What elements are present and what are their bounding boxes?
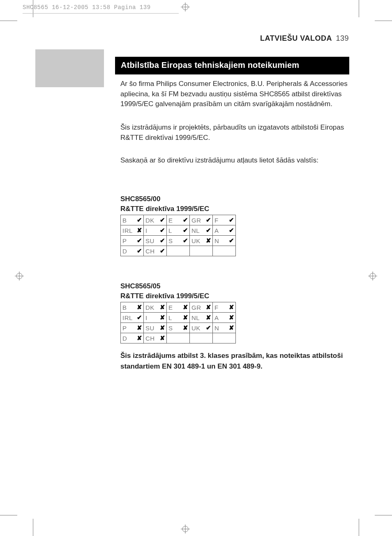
country-code: E — [167, 215, 182, 225]
cross-icon: ✘ — [159, 313, 167, 323]
check-icon: ✔ — [228, 236, 236, 246]
table2-heading: SHC8565/05 R&TTE direktīva 1999/5/EC — [120, 281, 209, 301]
country-code — [190, 333, 205, 343]
cross-icon: ✘ — [159, 333, 167, 343]
check-icon: ✔ — [159, 225, 167, 236]
cross-icon: ✘ — [136, 333, 144, 343]
crop-mark — [359, 519, 359, 536]
country-code: A — [213, 225, 228, 236]
country-code: GR — [190, 302, 205, 313]
country-code: I — [144, 313, 159, 323]
country-code — [213, 333, 228, 343]
empty-cell — [182, 246, 190, 256]
table1-model: SHC8565/00 — [120, 194, 209, 204]
cross-icon: ✘ — [228, 323, 236, 333]
country-code: N — [213, 323, 228, 333]
country-code — [167, 246, 182, 256]
empty-cell — [205, 246, 213, 256]
check-icon: ✔ — [182, 225, 190, 236]
country-code: B — [121, 215, 136, 225]
country-code: I — [144, 225, 159, 236]
country-code: DK — [144, 302, 159, 313]
empty-cell — [228, 333, 236, 343]
empty-cell — [205, 333, 213, 343]
country-code: SU — [144, 236, 159, 246]
registration-mark-icon — [15, 271, 24, 281]
cross-icon: ✘ — [228, 302, 236, 313]
check-icon: ✔ — [205, 215, 213, 225]
language-label: LATVIEŠU VALODA — [260, 34, 332, 42]
footnote: Šis izstrādājums atbilst 3. klases prasī… — [120, 350, 350, 371]
table2-directive: R&TTE direktīva 1999/5/EC — [120, 291, 209, 301]
table2-model: SHC8565/05 — [120, 281, 209, 291]
cross-icon: ✘ — [159, 302, 167, 313]
registration-mark-icon — [181, 524, 190, 534]
paragraph-1: Ar šo firma Philips Consumer Electronics… — [120, 79, 348, 109]
country-code: CH — [144, 333, 159, 343]
check-icon: ✔ — [136, 246, 144, 256]
country-code: D — [121, 246, 136, 256]
section-title: Atbilstība Eiropas tehniskajiem noteikum… — [115, 57, 349, 74]
country-code: P — [121, 236, 136, 246]
empty-cell — [228, 246, 236, 256]
page-header: LATVIEŠU VALODA 139 — [260, 34, 349, 43]
country-code — [213, 246, 228, 256]
cross-icon: ✘ — [182, 323, 190, 333]
check-icon: ✔ — [182, 236, 190, 246]
empty-cell — [182, 333, 190, 343]
registration-mark-icon — [181, 2, 190, 12]
cross-icon: ✘ — [159, 323, 167, 333]
country-code: D — [121, 333, 136, 343]
print-job-text: SHC8565 16-12-2005 13:58 Pagina 139 — [23, 4, 151, 11]
crop-mark — [0, 515, 17, 515]
check-icon: ✔ — [228, 215, 236, 225]
country-code: UK — [190, 323, 205, 333]
country-code: N — [213, 236, 228, 246]
cross-icon: ✘ — [205, 313, 213, 323]
check-icon: ✔ — [205, 225, 213, 236]
country-code: P — [121, 323, 136, 333]
crop-mark — [33, 519, 33, 536]
cross-icon: ✘ — [136, 323, 144, 333]
country-code: L — [167, 225, 182, 236]
crop-mark — [359, 0, 359, 17]
country-code: NL — [190, 225, 205, 236]
check-icon: ✔ — [136, 215, 144, 225]
table1-heading: SHC8565/00 R&TTE direktīva 1999/5/EC — [120, 194, 209, 214]
country-code — [167, 333, 182, 343]
crop-mark — [0, 21, 17, 21]
check-icon: ✔ — [182, 215, 190, 225]
cross-icon: ✘ — [182, 313, 190, 323]
cross-icon: ✘ — [182, 302, 190, 313]
country-code: F — [213, 302, 228, 313]
country-code: IRL — [121, 225, 136, 236]
check-icon: ✔ — [205, 323, 213, 333]
check-icon: ✔ — [136, 236, 144, 246]
crop-mark — [375, 21, 392, 21]
country-code: A — [213, 313, 228, 323]
page-number: 139 — [336, 34, 349, 42]
check-icon: ✔ — [159, 246, 167, 256]
check-icon: ✔ — [136, 313, 144, 323]
cross-icon: ✘ — [136, 302, 144, 313]
country-code: IRL — [121, 313, 136, 323]
country-code: SU — [144, 323, 159, 333]
paragraph-3: Saskaņā ar šo direktīvu izstrādājumu atļ… — [120, 155, 348, 166]
country-code: S — [167, 323, 182, 333]
cross-icon: ✘ — [205, 302, 213, 313]
country-code: L — [167, 313, 182, 323]
country-code: S — [167, 236, 182, 246]
paragraph-2: Šis izstrādājums ir projektēts, pārbaudī… — [120, 123, 348, 143]
country-code: UK — [190, 236, 205, 246]
side-margin-block — [35, 49, 104, 87]
country-code: CH — [144, 246, 159, 256]
country-code: NL — [190, 313, 205, 323]
country-code: DK — [144, 215, 159, 225]
country-code — [190, 246, 205, 256]
check-icon: ✔ — [159, 215, 167, 225]
cross-icon: ✘ — [136, 225, 144, 236]
country-code: F — [213, 215, 228, 225]
print-job-header: SHC8565 16-12-2005 13:58 Pagina 139 — [23, 4, 151, 11]
country-table-1: B✔DK✔E✔GR✔F✔IRL✘I✔L✔NL✔A✔P✔SU✔S✔UK✘N✔D✔C… — [120, 215, 236, 256]
cross-icon: ✘ — [205, 236, 213, 246]
